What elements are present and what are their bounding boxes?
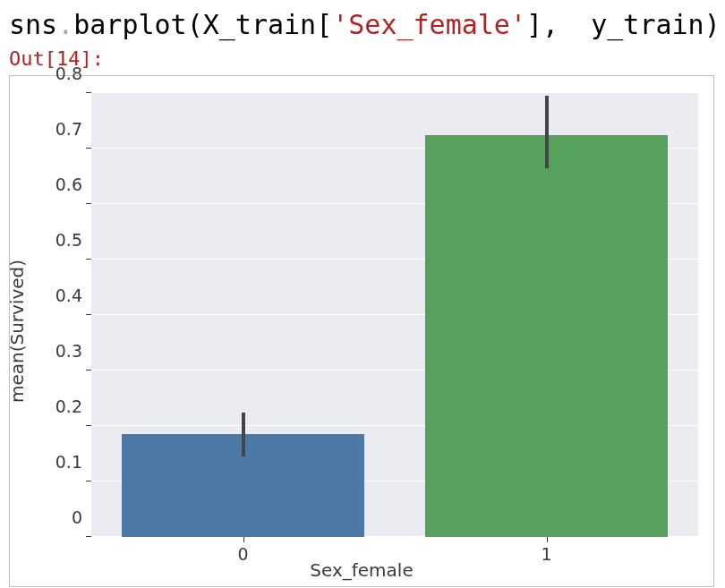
output-label: Out[14]:	[9, 47, 716, 70]
code-token-arg1b: ], y_train	[526, 9, 704, 40]
bar-1	[425, 135, 668, 538]
code-token-open: (	[187, 9, 203, 40]
code-token-arg1a: X_train[	[203, 9, 333, 40]
ytick-label: 0.7	[55, 119, 82, 139]
code-token-close: )	[704, 9, 721, 40]
plot-area: 0 0.1 0.2 0.3 0.4 0.5 0.6 0.7 0.8 0 1	[90, 92, 699, 538]
xtick-label: 0	[237, 544, 248, 564]
code-token-obj: sns	[9, 9, 57, 40]
code-token-dot: .	[57, 9, 73, 40]
ytick-label: 0.1	[55, 452, 82, 472]
x-axis-title: Sex_female	[310, 559, 413, 581]
ytick-label: 0.6	[55, 175, 82, 194]
code-token-method: barplot	[73, 9, 186, 40]
errorbar-1	[545, 96, 549, 168]
chart-output: 0 0.1 0.2 0.3 0.4 0.5 0.6 0.7 0.8 0 1 me…	[9, 75, 714, 587]
y-axis-title: mean(Survived)	[6, 188, 28, 331]
xtick-label: 1	[541, 544, 551, 564]
ytick-label: 0	[72, 507, 82, 527]
ytick-label: 0.2	[55, 396, 82, 416]
code-cell: sns.barplot(X_train['Sex_female'], y_tra…	[9, 7, 716, 42]
code-token-string: 'Sex_female'	[332, 9, 526, 40]
ytick-label: 0.5	[55, 230, 82, 250]
ytick-label: 0.8	[55, 64, 82, 83]
ytick-label: 0.4	[55, 285, 82, 305]
ytick-label: 0.3	[55, 341, 82, 361]
errorbar-0	[242, 413, 245, 457]
